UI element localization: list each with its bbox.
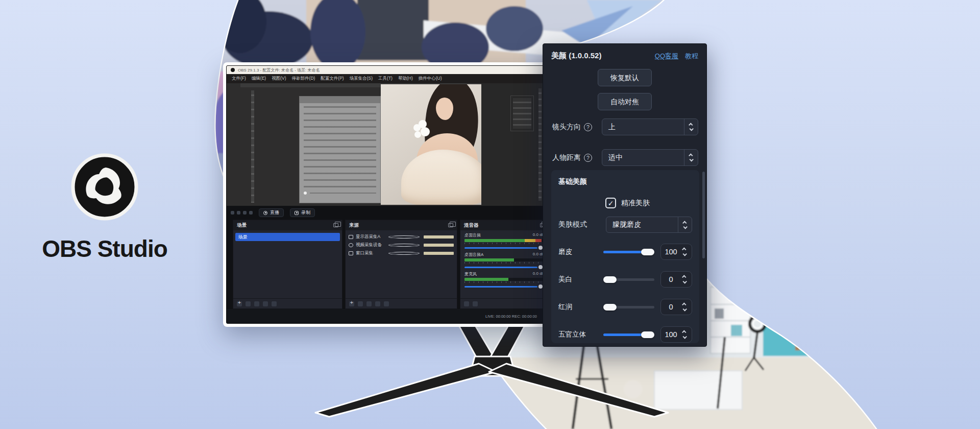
remove-scene-button[interactable] bbox=[246, 301, 251, 306]
basic-beauty-section: 基础美颜 ✓ 精准美肤 美肤模式 朦胧磨皮 磨皮 bbox=[551, 170, 699, 343]
person-distance-select[interactable]: 适中 bbox=[602, 149, 698, 166]
help-icon[interactable]: ? bbox=[584, 123, 592, 131]
obs-statusbar: LIVE: 00:00:00 REC: 00:00:00 bbox=[227, 309, 549, 323]
audio-meter bbox=[464, 239, 542, 242]
add-scene-button[interactable] bbox=[237, 301, 242, 306]
panel-scrollbar[interactable] bbox=[702, 172, 705, 258]
source-row-window-capture[interactable]: 窗口采集 bbox=[346, 249, 457, 257]
visibility-eye-icon[interactable] bbox=[388, 252, 420, 255]
slider-handle[interactable] bbox=[641, 331, 654, 338]
whitening-slider[interactable] bbox=[603, 276, 654, 283]
panel-title: 美颜 (1.0.0.52) bbox=[551, 51, 601, 61]
page-background: OBS Studio OBS 29.1.3 - 配置文件: 未命名 - 场景: … bbox=[0, 0, 980, 429]
menu-file[interactable]: 文件(F) bbox=[232, 76, 246, 82]
captured-app-layers-panel bbox=[299, 96, 381, 203]
obs-preview-toolbar: 直播 录制 bbox=[227, 206, 549, 220]
source-row-video-device[interactable]: 视频采集设备 bbox=[346, 241, 457, 249]
source-properties-button[interactable] bbox=[366, 301, 372, 306]
volume-slider[interactable] bbox=[464, 246, 545, 250]
menu-help[interactable]: 帮助(H) bbox=[398, 76, 413, 82]
source-name: 窗口采集 bbox=[356, 250, 386, 256]
remove-source-button[interactable] bbox=[358, 301, 363, 306]
mixer-advanced-button[interactable] bbox=[473, 301, 478, 306]
scenes-dock-title: 场景 bbox=[237, 222, 247, 229]
slider-handle[interactable] bbox=[603, 304, 617, 311]
menu-docks[interactable]: 停靠部件(D) bbox=[292, 76, 315, 82]
spinner-icon[interactable] bbox=[684, 154, 698, 161]
volume-slider[interactable] bbox=[464, 265, 545, 269]
meter-ticks bbox=[464, 281, 545, 283]
volume-slider[interactable] bbox=[464, 284, 545, 289]
face-definition-label: 五官立体 bbox=[558, 330, 603, 339]
menu-view[interactable]: 视图(V) bbox=[272, 76, 286, 82]
record-chip[interactable]: 录制 bbox=[290, 208, 315, 217]
live-icon bbox=[263, 211, 267, 215]
smooth-skin-label: 磨皮 bbox=[558, 247, 603, 256]
visibility-eye-icon[interactable] bbox=[388, 235, 420, 239]
menu-scene-collection[interactable]: 场景集合(S) bbox=[350, 76, 373, 82]
stepper-icon[interactable] bbox=[681, 248, 688, 256]
menu-edit[interactable]: 编辑(E) bbox=[252, 76, 266, 82]
live-chip[interactable]: 直播 bbox=[259, 208, 284, 217]
mixer-channel-desktop-audio-2: 桌面音频A 0.0 dB bbox=[460, 250, 549, 269]
source-name: 显示器采集A bbox=[356, 234, 386, 240]
slider-knob-icon bbox=[304, 192, 307, 195]
smooth-skin-slider[interactable] bbox=[603, 249, 654, 255]
slider-handle[interactable] bbox=[603, 276, 617, 283]
rosy-slider[interactable] bbox=[603, 304, 654, 311]
source-name: 视频采集设备 bbox=[356, 242, 386, 248]
mixer-dock: 混音器 桌面音频 0.0 dB 桌面音频A bbox=[460, 220, 549, 309]
stepper-icon[interactable] bbox=[681, 303, 688, 311]
sources-dock-header: 来源 bbox=[346, 220, 457, 230]
scene-down-button[interactable] bbox=[272, 301, 277, 306]
add-source-button[interactable] bbox=[349, 301, 354, 306]
lock-icon[interactable] bbox=[424, 244, 454, 247]
restore-default-button[interactable]: 恢复默认 bbox=[598, 69, 652, 86]
whitening-value[interactable]: 0 bbox=[660, 271, 692, 288]
menu-tools[interactable]: 工具(T) bbox=[378, 76, 393, 82]
face-definition-value[interactable]: 100 bbox=[660, 326, 692, 343]
person-distance-value: 适中 bbox=[602, 153, 684, 162]
spinner-icon[interactable] bbox=[678, 221, 692, 229]
smooth-skin-value[interactable]: 100 bbox=[660, 244, 692, 260]
menu-profile[interactable]: 配置文件(P) bbox=[321, 76, 344, 82]
captured-app-right-panels bbox=[481, 83, 544, 206]
portrait-dress bbox=[401, 150, 481, 205]
scene-filters-button[interactable] bbox=[254, 301, 259, 306]
lock-icon[interactable] bbox=[424, 252, 454, 255]
mixer-dock-header: 混音器 bbox=[460, 220, 549, 230]
spinner-icon[interactable] bbox=[684, 123, 698, 131]
source-row-display-capture[interactable]: 显示器采集A bbox=[346, 233, 457, 241]
mixer-config-button[interactable] bbox=[464, 301, 469, 306]
help-icon[interactable]: ? bbox=[584, 154, 592, 162]
precise-skin-label: 精准美肤 bbox=[621, 199, 650, 208]
precise-skin-checkbox[interactable]: ✓ bbox=[605, 198, 616, 208]
menu-plugin-center[interactable]: 插件中心(U) bbox=[419, 76, 442, 82]
channel-name: 麦克风 bbox=[464, 271, 477, 277]
tutorial-link[interactable]: 教程 bbox=[685, 52, 698, 61]
auto-focus-button[interactable]: 自动对焦 bbox=[598, 93, 652, 110]
captured-app-toolbar bbox=[250, 87, 256, 206]
stepper-icon[interactable] bbox=[681, 275, 688, 283]
slider-handle[interactable] bbox=[641, 249, 654, 255]
face-definition-slider[interactable] bbox=[603, 331, 654, 338]
skin-mode-select[interactable]: 朦胧磨皮 bbox=[606, 217, 692, 233]
source-down-button[interactable] bbox=[384, 301, 389, 306]
meter-ticks bbox=[464, 262, 545, 264]
qq-support-link[interactable]: QQ客服 bbox=[655, 52, 678, 61]
source-up-button[interactable] bbox=[375, 301, 380, 306]
visibility-eye-icon[interactable] bbox=[388, 244, 420, 247]
scene-list-item[interactable]: 场景 bbox=[235, 233, 340, 241]
lock-icon[interactable] bbox=[424, 235, 454, 239]
record-chip-label: 录制 bbox=[301, 209, 310, 216]
meter-ticks bbox=[464, 243, 545, 244]
dock-stack-icon[interactable] bbox=[333, 223, 338, 227]
rosy-value[interactable]: 0 bbox=[660, 299, 692, 315]
stepper-icon[interactable] bbox=[681, 330, 688, 339]
channel-name: 桌面音频 bbox=[464, 232, 481, 238]
scenes-dock: 场景 场景 bbox=[233, 220, 342, 309]
scene-up-button[interactable] bbox=[263, 301, 268, 306]
dock-stack-icon[interactable] bbox=[448, 223, 453, 227]
camera-direction-select[interactable]: 上 bbox=[602, 118, 698, 135]
portrait-flower bbox=[413, 120, 431, 140]
